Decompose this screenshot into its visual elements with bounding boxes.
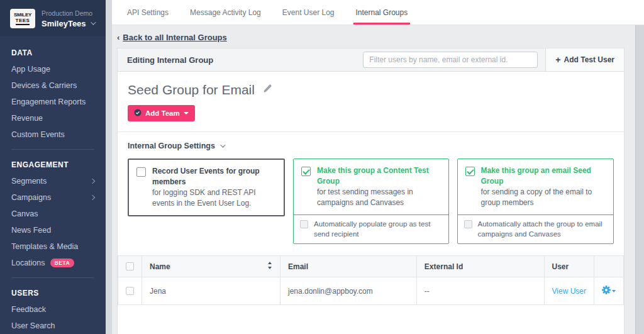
sort-icon[interactable] bbox=[267, 262, 272, 271]
cell-external-id: -- bbox=[416, 277, 544, 305]
divider bbox=[11, 149, 94, 150]
nav-section-data: DATA bbox=[0, 40, 106, 61]
email-seed-group-title: Make this group an email Seed Group bbox=[481, 165, 606, 187]
email-seed-group-box: Make this group an email Seed Group for … bbox=[457, 159, 614, 244]
tab-api-settings[interactable]: API Settings bbox=[127, 0, 169, 25]
sidebar-item-news-feed[interactable]: News Feed bbox=[0, 222, 106, 238]
tab-event-user-log[interactable]: Event User Log bbox=[282, 0, 335, 25]
auto-attach-label: Automatically attach the group to email … bbox=[478, 220, 608, 239]
sidebar-item-app-usage[interactable]: App Usage bbox=[0, 61, 106, 77]
content-test-group-checkbox[interactable] bbox=[301, 167, 311, 176]
back-to-internal-groups-link[interactable]: Back to all Internal Groups bbox=[123, 33, 226, 42]
auto-attach-checkbox[interactable] bbox=[464, 220, 472, 228]
row-actions-menu[interactable] bbox=[602, 286, 616, 296]
app-logo: SMiLEY TEES bbox=[10, 9, 35, 28]
app-logo-text-top: SMiLEY bbox=[14, 12, 31, 18]
record-user-events-title: Record User Events for group members bbox=[152, 166, 276, 187]
email-seed-group-desc: for sending a copy of the email to group… bbox=[481, 187, 606, 209]
chevron-down-icon bbox=[91, 19, 96, 25]
content-test-group-box: Make this group a Content Test Group for… bbox=[293, 159, 449, 244]
panel-title: Editing Internal Group bbox=[118, 55, 363, 65]
sidebar-item-canvas[interactable]: Canvas bbox=[0, 206, 106, 222]
record-user-events-checkbox[interactable] bbox=[136, 167, 146, 177]
nav-section-engagement: ENGAGEMENT bbox=[0, 152, 106, 173]
tab-internal-groups[interactable]: Internal Groups bbox=[356, 0, 408, 25]
group-title: Seed Group for Email bbox=[128, 82, 255, 97]
beta-badge: BETA bbox=[50, 259, 75, 267]
edit-pencil-icon[interactable] bbox=[262, 84, 272, 96]
sidebar-gutter bbox=[106, 0, 112, 334]
page-content: ‹ Back to all Internal Groups Editing In… bbox=[112, 25, 635, 334]
top-tabbar: API Settings Message Activity Log Event … bbox=[112, 0, 644, 25]
internal-group-settings-toggle[interactable]: Internal Group Settings bbox=[118, 132, 624, 157]
view-user-link[interactable]: View User bbox=[552, 287, 586, 296]
add-team-button[interactable]: Add Team bbox=[128, 105, 195, 121]
record-user-events-desc: for logging SDK and REST API events in t… bbox=[152, 187, 276, 209]
column-header-actions bbox=[594, 256, 623, 277]
plus-icon: + bbox=[555, 55, 560, 65]
divider bbox=[11, 277, 94, 278]
nav-section-users: USERS bbox=[0, 281, 106, 301]
editing-panel: Editing Internal Group + Add Test User S… bbox=[117, 48, 625, 334]
chevron-down-icon bbox=[220, 142, 225, 147]
app-logo-text-bottom: TEES bbox=[16, 18, 30, 25]
sidebar-item-campaigns[interactable]: Campaigns bbox=[0, 189, 106, 206]
table-header-row: Name Email External Id User bbox=[118, 256, 624, 277]
team-icon bbox=[134, 109, 142, 118]
cell-name: Jena bbox=[142, 277, 280, 305]
sidebar-item-custom-events[interactable]: Custom Events bbox=[0, 126, 106, 143]
main-area: API Settings Message Activity Log Event … bbox=[112, 0, 644, 334]
caret-down-icon bbox=[184, 112, 189, 114]
sidebar-item-revenue[interactable]: Revenue bbox=[0, 110, 106, 126]
row-checkbox[interactable] bbox=[126, 287, 134, 295]
workspace-name[interactable]: SmileyTees bbox=[42, 19, 94, 28]
auto-populate-checkbox[interactable] bbox=[300, 220, 308, 228]
tab-message-activity-log[interactable]: Message Activity Log bbox=[190, 0, 261, 25]
select-all-checkbox[interactable] bbox=[126, 262, 134, 270]
panel-header: Editing Internal Group + Add Test User bbox=[118, 48, 624, 72]
workspace-switcher[interactable]: SMiLEY TEES Production Demo SmileyTees bbox=[0, 0, 106, 36]
sidebar-item-user-search[interactable]: User Search bbox=[0, 318, 106, 334]
chevron-right-icon bbox=[90, 179, 95, 184]
column-header-external-id: External Id bbox=[416, 256, 544, 277]
chevron-right-icon bbox=[90, 195, 95, 200]
sidebar-item-templates-media[interactable]: Templates & Media bbox=[0, 238, 106, 255]
caret-down-icon bbox=[612, 290, 616, 292]
column-header-email: Email bbox=[280, 256, 416, 277]
filter-users-input[interactable] bbox=[363, 52, 538, 68]
sidebar-item-devices-carriers[interactable]: Devices & Carriers bbox=[0, 77, 106, 94]
environment-label: Production Demo bbox=[42, 9, 94, 17]
sidebar-item-segments[interactable]: Segments bbox=[0, 173, 106, 189]
table-row: Jena jena.donlin@appboy.com -- View User bbox=[118, 277, 624, 305]
record-user-events-box: Record User Events for group members for… bbox=[128, 159, 285, 216]
sidebar-nav: DATA App Usage Devices & Carriers Engage… bbox=[0, 36, 106, 334]
content-test-group-desc: for test sending messages in campaigns a… bbox=[317, 187, 441, 209]
group-members-table: Name Email External Id User bbox=[118, 255, 624, 305]
add-test-user-button[interactable]: + Add Test User bbox=[545, 48, 624, 71]
sidebar-item-locations[interactable]: Locations BETA bbox=[0, 255, 106, 271]
back-chevron-icon: ‹ bbox=[117, 33, 119, 42]
email-seed-group-checkbox[interactable] bbox=[465, 167, 475, 176]
auto-populate-label: Automatically populate group as test sen… bbox=[314, 220, 442, 239]
sidebar: SMiLEY TEES Production Demo SmileyTees D… bbox=[0, 0, 106, 334]
content-test-group-title: Make this group a Content Test Group bbox=[317, 165, 441, 187]
vertical-scrollbar[interactable] bbox=[635, 25, 644, 334]
cell-email: jena.donlin@appboy.com bbox=[280, 277, 416, 305]
column-header-user: User bbox=[544, 256, 594, 277]
sidebar-item-engagement-reports[interactable]: Engagement Reports bbox=[0, 94, 106, 110]
gear-icon bbox=[602, 286, 611, 296]
column-header-name: Name bbox=[150, 262, 170, 271]
sidebar-item-feedback[interactable]: Feedback bbox=[0, 301, 106, 318]
